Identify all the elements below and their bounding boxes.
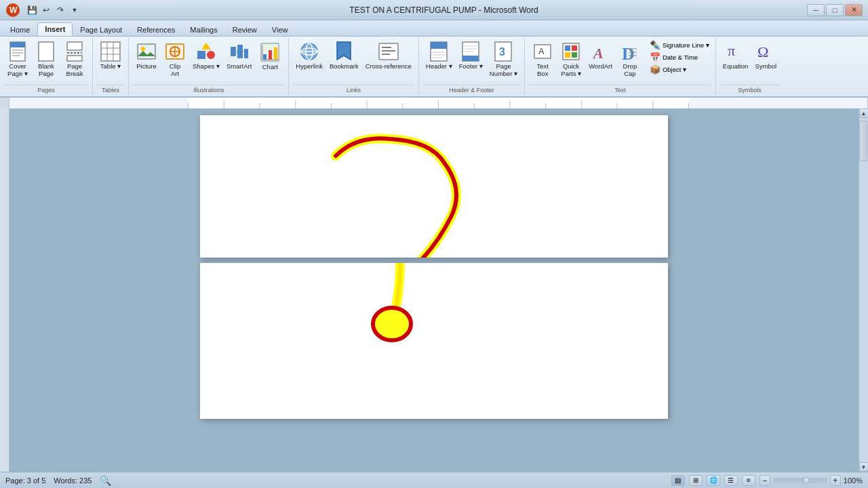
clip-art-button[interactable]: ClipArt [161,39,189,79]
minimize-button[interactable]: ─ [807,4,825,16]
pages-group-label: Pages [4,85,88,94]
page-break-button[interactable]: PageBreak [61,39,88,79]
wordart-button[interactable]: A WordArt [586,39,615,71]
equation-button[interactable]: π Equation [720,39,751,71]
table-icon [100,41,121,62]
save-quick-btn[interactable]: 💾 [26,4,38,16]
text-box-label: TextBox [536,62,548,78]
text-small-col: ✒️ Signature Line ▾ 📅 Date & Time 📦 Obje… [648,39,711,75]
signature-line-icon: ✒️ [650,40,660,50]
page-number-button[interactable]: 3 PageNumber ▾ [487,39,520,79]
zoom-in-button[interactable]: + [830,475,841,486]
page-info: Page: 3 of 5 [5,476,45,485]
footer-button[interactable]: Footer ▾ [456,39,486,71]
svg-rect-22 [197,51,205,59]
word-count: Words: 235 [54,476,92,485]
text-group-content: A TextBox QuickParts ▾ A WordArt D [529,39,711,83]
smartart-button[interactable]: SmartArt [224,39,254,71]
text-box-button[interactable]: A TextBox [529,39,556,79]
object-button[interactable]: 📦 Object ▾ [648,64,688,75]
bookmark-button[interactable]: Bookmark [327,39,361,71]
svg-rect-10 [67,56,82,61]
tab-insert[interactable]: Insert [37,22,73,36]
status-bar-right: ▤ ⊞ 🌐 ☰ ≡ − + 100% [671,475,863,486]
tables-group-content: Table ▾ [97,39,124,83]
text-group-label: Text [529,85,711,94]
header-label: Header ▾ [426,62,452,70]
picture-button[interactable]: Picture [133,39,160,71]
svg-rect-63 [572,52,577,58]
draft-view-button[interactable]: ≡ [742,475,755,486]
status-icon: 🔍 [100,475,111,486]
quick-access-more-btn[interactable]: ▼ [68,4,81,16]
zoom-out-button[interactable]: − [760,475,770,486]
svg-rect-8 [67,42,82,50]
outline-view-button[interactable]: ☰ [724,475,738,486]
table-label: Table ▾ [100,62,121,70]
hyperlink-label: Hyperlink [296,62,323,70]
illustrations-group-content: Picture ClipArt Shapes ▾ SmartArt [133,39,284,83]
links-group-label: Links [293,85,414,94]
symbol-button[interactable]: Ω Symbol [752,39,779,71]
close-button[interactable]: ✕ [845,4,863,16]
tab-review[interactable]: Review [225,22,264,36]
svg-rect-33 [274,47,277,60]
tab-home[interactable]: Home [3,22,37,36]
full-screen-view-button[interactable]: ⊞ [689,475,703,486]
scroll-thumb[interactable] [859,121,867,161]
tab-view[interactable]: View [264,22,296,36]
drop-cap-button[interactable]: D DropCap [616,39,644,79]
ribbon-group-pages: CoverPage ▾ BlankPage PageBreak Pages [0,38,93,95]
signature-line-button[interactable]: ✒️ Signature Line ▾ [648,39,711,51]
scroll-track[interactable] [859,118,868,462]
hyperlink-button[interactable]: Hyperlink [293,39,326,71]
blank-page-button[interactable]: BlankPage [33,39,60,79]
ribbon: CoverPage ▾ BlankPage PageBreak Pages [0,37,868,98]
table-button[interactable]: Table ▾ [97,39,124,71]
symbols-group-content: π Equation Ω Symbol [720,39,780,83]
shapes-icon [195,41,217,62]
illustrations-group-label: Illustrations [133,85,284,94]
svg-rect-60 [565,45,570,51]
date-time-button[interactable]: 📅 Date & Time [648,52,700,63]
shapes-button[interactable]: Shapes ▾ [190,39,222,71]
tab-references[interactable]: References [130,22,182,36]
vertical-scrollbar[interactable]: ▲ ▼ [859,108,868,472]
svg-text:Ω: Ω [757,43,768,60]
zoom-slider[interactable] [773,478,827,483]
bookmark-label: Bookmark [330,62,359,70]
svg-rect-61 [572,45,577,51]
links-group-content: Hyperlink Bookmark Cross-reference [293,39,414,83]
print-layout-view-button[interactable]: ▤ [671,475,685,486]
undo-quick-btn[interactable]: ↩ [40,4,52,16]
footer-label: Footer ▾ [459,62,483,70]
cross-reference-button[interactable]: Cross-reference [363,39,414,71]
svg-rect-26 [237,45,243,58]
title-bar-left: W 💾 ↩ ↷ ▼ [5,3,81,18]
tab-mailings[interactable]: Mailings [182,22,224,36]
header-button[interactable]: Header ▾ [423,39,455,71]
svg-rect-62 [565,52,570,58]
chart-button[interactable]: Chart [256,39,284,73]
web-layout-view-button[interactable]: 🌐 [707,475,720,486]
pages-group-content: CoverPage ▾ BlankPage PageBreak [4,39,88,83]
tables-group-label: Tables [97,85,124,94]
header-footer-group-label: Header & Footer [423,85,520,94]
status-bar: Page: 3 of 5 Words: 235 🔍 ▤ ⊞ 🌐 ☰ ≡ − + … [0,472,868,488]
cover-page-button[interactable]: CoverPage ▾ [4,39,31,79]
scroll-down-button[interactable]: ▼ [859,462,869,472]
office-logo-icon: W [5,3,20,18]
document-scroll[interactable] [9,108,859,472]
maximize-button[interactable]: □ [826,4,844,16]
wordart-icon: A [590,41,612,62]
zoom-thumb[interactable] [803,477,810,484]
quick-access-toolbar: 💾 ↩ ↷ ▼ [26,4,81,16]
redo-quick-btn[interactable]: ↷ [54,4,66,16]
tab-page-layout[interactable]: Page Layout [73,22,130,36]
hyperlink-icon [298,41,320,62]
scroll-up-button[interactable]: ▲ [859,108,869,118]
smartart-label: SmartArt [226,62,252,70]
ribbon-group-tables: Table ▾ Tables [93,38,129,95]
quick-parts-button[interactable]: QuickParts ▾ [557,39,585,79]
equation-label: Equation [723,62,749,70]
